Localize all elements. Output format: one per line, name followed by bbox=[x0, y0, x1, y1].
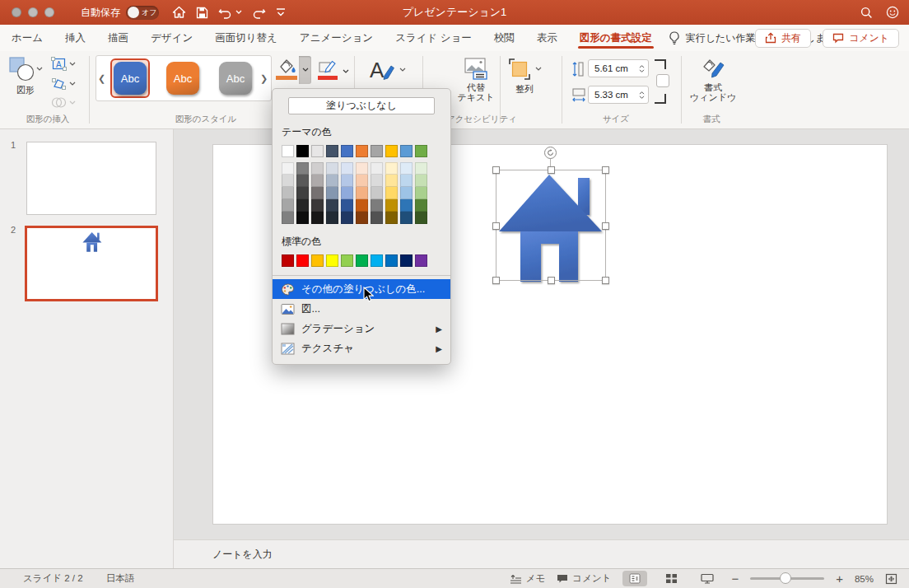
shape-fill-dropdown-arrow[interactable] bbox=[299, 56, 311, 84]
edit-shape-button[interactable] bbox=[51, 77, 76, 91]
gallery-next-button[interactable]: ❯ bbox=[259, 73, 269, 84]
shape-height-field[interactable] bbox=[588, 59, 649, 77]
theme-color-swatch-7[interactable] bbox=[385, 145, 398, 157]
shape-outline-dropdown-arrow[interactable] bbox=[339, 58, 352, 86]
tab-4[interactable]: 画面切り替え bbox=[215, 25, 277, 51]
text-box-button[interactable]: A bbox=[51, 57, 76, 71]
shape-width-input[interactable] bbox=[589, 89, 632, 100]
resize-handle-w[interactable] bbox=[492, 222, 500, 230]
tab-5[interactable]: アニメーション bbox=[300, 25, 373, 51]
autosave-toggle[interactable]: オフ bbox=[126, 6, 159, 20]
zoom-in-button[interactable]: + bbox=[836, 572, 843, 586]
variant-swatch-r0-c8[interactable] bbox=[400, 162, 413, 175]
notes-toggle-button[interactable]: メモ bbox=[510, 572, 546, 585]
zoom-window-button[interactable] bbox=[44, 7, 54, 17]
minimize-window-button[interactable] bbox=[28, 7, 38, 17]
gallery-prev-button[interactable]: ❮ bbox=[96, 73, 107, 84]
standard-color-swatch-1[interactable] bbox=[296, 254, 309, 267]
toolbar-overflow-icon[interactable] bbox=[276, 8, 286, 16]
comments-button[interactable]: コメント bbox=[823, 29, 899, 48]
zoom-slider[interactable] bbox=[750, 577, 824, 580]
variant-swatch-r1-c0[interactable] bbox=[282, 175, 294, 187]
undo-button[interactable] bbox=[218, 6, 242, 19]
variant-swatch-r0-c0[interactable] bbox=[282, 162, 294, 175]
variant-swatch-r1-c7[interactable] bbox=[385, 175, 398, 187]
variant-swatch-r2-c9[interactable] bbox=[415, 187, 427, 199]
variant-swatch-r4-c1[interactable] bbox=[296, 212, 309, 224]
variant-swatch-r2-c8[interactable] bbox=[400, 187, 413, 199]
slideshow-view-button[interactable] bbox=[695, 571, 720, 586]
theme-color-swatch-5[interactable] bbox=[356, 145, 368, 157]
variant-swatch-r2-c4[interactable] bbox=[341, 187, 353, 199]
variant-swatch-r0-c7[interactable] bbox=[385, 162, 398, 175]
theme-color-swatch-0[interactable] bbox=[282, 145, 294, 157]
notes-pane[interactable]: ノートを入力 bbox=[174, 539, 909, 568]
resize-handle-se[interactable] bbox=[602, 277, 609, 284]
standard-color-swatch-7[interactable] bbox=[385, 254, 398, 267]
width-stepper[interactable] bbox=[639, 91, 648, 100]
variant-swatch-r4-c3[interactable] bbox=[326, 212, 338, 224]
slide-sorter-view-button[interactable] bbox=[659, 571, 683, 586]
text-effects-button[interactable]: A bbox=[368, 58, 406, 82]
variant-swatch-r0-c6[interactable] bbox=[371, 162, 383, 175]
variant-swatch-r1-c1[interactable] bbox=[296, 175, 309, 187]
notes-placeholder[interactable]: ノートを入力 bbox=[212, 548, 273, 562]
variant-swatch-r4-c4[interactable] bbox=[341, 212, 353, 224]
variant-swatch-r4-c6[interactable] bbox=[371, 212, 383, 224]
variant-swatch-r1-c5[interactable] bbox=[356, 175, 368, 187]
fit-slide-to-window-button[interactable] bbox=[885, 573, 897, 585]
tab-0[interactable]: ホーム bbox=[12, 25, 43, 51]
fill-menu-item-3[interactable]: テクスチャ▶ bbox=[273, 338, 450, 358]
shape-fill-button[interactable] bbox=[274, 56, 299, 84]
variant-swatch-r3-c3[interactable] bbox=[326, 199, 338, 212]
variant-swatch-r4-c0[interactable] bbox=[282, 212, 294, 224]
variant-swatch-r0-c2[interactable] bbox=[311, 162, 324, 175]
variant-swatch-r3-c6[interactable] bbox=[371, 199, 383, 212]
tab-1[interactable]: 挿入 bbox=[65, 25, 86, 51]
zoom-slider-knob[interactable] bbox=[780, 572, 791, 584]
resize-handle-nw[interactable] bbox=[492, 166, 500, 174]
standard-color-swatch-3[interactable] bbox=[326, 254, 338, 267]
language-indicator[interactable]: 日本語 bbox=[106, 572, 135, 585]
variant-swatch-r3-c5[interactable] bbox=[356, 199, 368, 212]
variant-swatch-r3-c0[interactable] bbox=[282, 199, 294, 212]
standard-color-swatch-9[interactable] bbox=[415, 254, 427, 267]
variant-swatch-r1-c6[interactable] bbox=[371, 175, 383, 187]
variant-swatch-r2-c0[interactable] bbox=[282, 187, 294, 199]
shape-style-2[interactable]: Abc bbox=[216, 58, 255, 98]
variant-swatch-r4-c9[interactable] bbox=[415, 212, 427, 224]
search-icon[interactable] bbox=[860, 7, 873, 19]
tab-6[interactable]: スライド ショー bbox=[395, 25, 472, 51]
home-icon[interactable] bbox=[172, 6, 186, 19]
shape-outline-button[interactable] bbox=[316, 58, 339, 86]
theme-color-swatch-3[interactable] bbox=[326, 145, 338, 157]
variant-swatch-r4-c8[interactable] bbox=[400, 212, 413, 224]
align-button[interactable]: 整列 bbox=[507, 57, 542, 94]
variant-swatch-r4-c2[interactable] bbox=[311, 212, 324, 224]
format-pane-button[interactable]: 書式ウィンドウ bbox=[690, 57, 736, 102]
alt-text-button[interactable]: 代替テキスト bbox=[454, 57, 497, 102]
variant-swatch-r4-c5[interactable] bbox=[356, 212, 368, 224]
shape-style-0[interactable]: Abc bbox=[110, 58, 150, 98]
variant-swatch-r3-c7[interactable] bbox=[385, 199, 398, 212]
fill-menu-item-1[interactable]: 図... bbox=[273, 299, 450, 319]
variant-swatch-r1-c8[interactable] bbox=[400, 175, 413, 187]
tab-8[interactable]: 表示 bbox=[537, 25, 557, 51]
share-button[interactable]: 共有 bbox=[755, 29, 811, 48]
slide-2-thumbnail[interactable] bbox=[25, 226, 158, 301]
resize-handle-ne[interactable] bbox=[602, 166, 609, 174]
rotation-handle[interactable] bbox=[544, 147, 557, 159]
shape-height-input[interactable] bbox=[589, 63, 632, 74]
variant-swatch-r3-c9[interactable] bbox=[415, 199, 427, 212]
standard-color-swatch-4[interactable] bbox=[341, 254, 353, 267]
standard-color-swatch-5[interactable] bbox=[356, 254, 368, 267]
fill-menu-item-2[interactable]: グラデーション▶ bbox=[273, 319, 450, 338]
insert-shape-button[interactable]: 図形 bbox=[8, 56, 43, 95]
zoom-out-button[interactable]: − bbox=[731, 572, 739, 586]
redo-button[interactable] bbox=[252, 6, 266, 19]
zoom-level[interactable]: 85% bbox=[855, 574, 874, 584]
shape-width-field[interactable] bbox=[588, 86, 649, 104]
tab-2[interactable]: 描画 bbox=[108, 25, 128, 51]
resize-handle-s[interactable] bbox=[548, 277, 555, 284]
tab-9[interactable]: 図形の書式設定 bbox=[580, 25, 652, 51]
